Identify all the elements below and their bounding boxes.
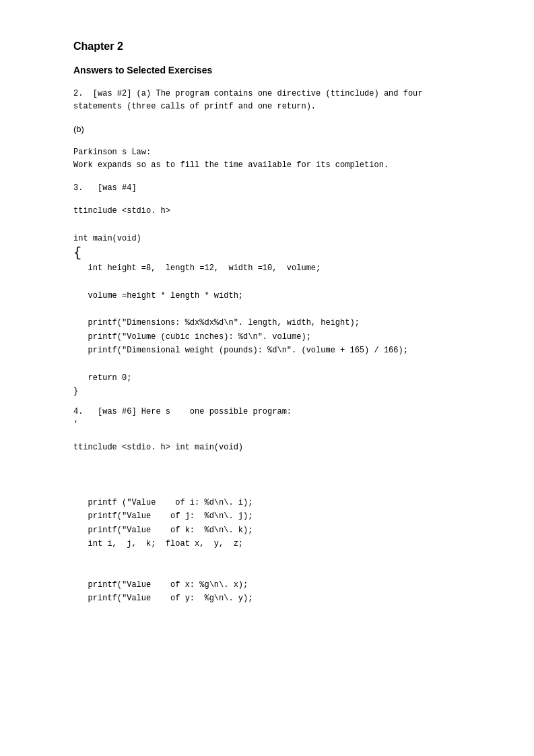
chapter-title: Chapter 2 [73,40,461,53]
exercise-4: 4. [was #6] Here s one possible program:… [73,406,461,431]
parkinson: Parkinson s Law: Work expands so as to f… [73,146,461,172]
code-line: volume =height * length * width; [73,289,461,303]
exercise-4-code: ttinclude <stdio. h> int main(void) prin… [73,441,461,606]
exercise-3-code: ttinclude <stdio. h> int main(void) { in… [73,204,461,399]
code-line: printf("Value of k: %d\n\. k); [73,524,461,537]
code-line [73,468,461,482]
code-line: printf("Value of j: %d\n\. j); [73,509,461,523]
exercise-3: 3. [was #4] [73,182,461,195]
parkinson-text: Work expands so as to fill the time avai… [73,159,461,172]
code-line: printf ("Value of i: %d\n\. i); [73,496,461,509]
exercise-4-header: 4. [was #6] Here s one possible program: [73,406,461,418]
code-line: printf("Dimensions: %dx%dx%d\n". length,… [73,316,461,329]
code-line: printf("Value of y: %g\n\. y); [73,592,461,605]
code-brace-open: { [73,245,461,261]
code-line: int i, j, k; float x, y, z; [73,537,461,550]
exercise-3-header: 3. [was #4] [73,182,461,195]
code-line [73,358,461,371]
code-line [73,550,461,564]
code-line: int main(void) [73,232,461,245]
code-line: printf("Dimensional weight (pounds): %d\… [73,344,461,357]
code-line: printf("Value of x: %g\n\. x); [73,578,461,592]
code-line: ttinclude <stdio. h> int main(void) [73,441,461,454]
code-line [73,275,461,288]
code-line [73,218,461,231]
exercise-2-header: 2. [was #2] (a) The program contains one… [73,88,461,113]
ex2-tag: [was #2] [93,89,132,98]
code-line [73,303,461,316]
code-line: printf("Volume (cubic inches): %d\n". vo… [73,330,461,344]
code-line: return 0; [73,371,461,385]
ex2-number: 2. [73,89,93,98]
exercise-4-tick: ' [73,418,461,431]
code-line [73,482,461,495]
page-container: Chapter 2 Answers to Selected Exercises … [73,40,461,606]
part-b-label: (b) [73,123,461,137]
code-line: int height =8, length =12, width =10, vo… [73,261,461,275]
code-line: ttinclude <stdio. h> [73,204,461,218]
exercise-2-partb: (b) [73,123,461,137]
exercise-2: 2. [was #2] (a) The program contains one… [73,88,461,113]
section-title: Answers to Selected Exercises [73,65,461,75]
code-line [73,455,461,468]
parkinson-title: Parkinson s Law: [73,146,461,159]
code-line [73,565,461,578]
code-line: } [73,385,461,398]
